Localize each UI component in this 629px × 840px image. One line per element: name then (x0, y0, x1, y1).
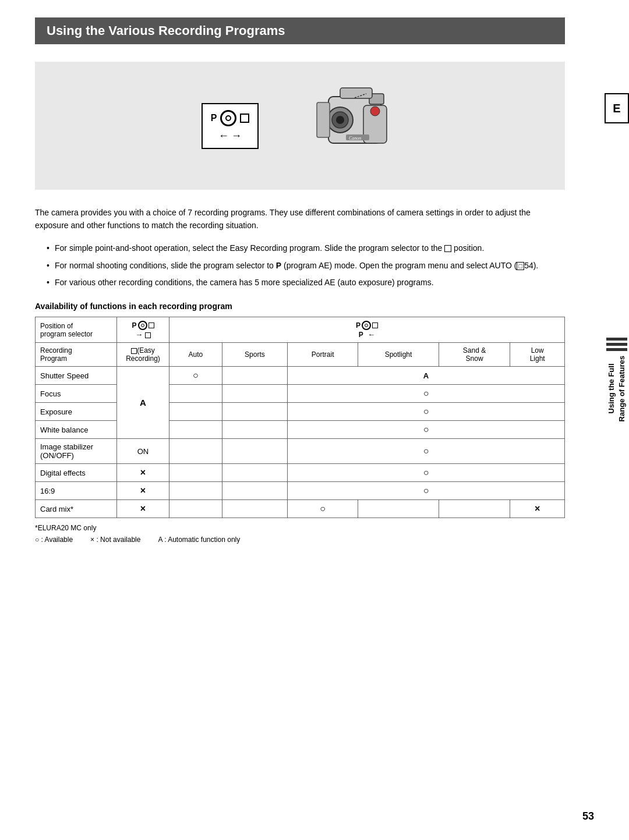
tab-e: E (605, 93, 629, 123)
table-row: 16:9 × ○ (36, 482, 565, 500)
bullet-list: For simple point-and-shoot operation, se… (47, 242, 565, 290)
arrow-left-icon: ← (218, 130, 229, 142)
table-row: Digital effects × ○ (36, 464, 565, 482)
header-spotlight: Spotlight (358, 343, 439, 367)
legend-auto: A : Automatic function only (158, 536, 240, 544)
svg-point-7 (370, 107, 380, 116)
page-number: 53 (582, 810, 594, 823)
table-row: Image stabilizer (ON/OFF) ON ○ (36, 439, 565, 464)
cell-wb-auto (169, 421, 222, 439)
cell-cardmix-spotlight (358, 500, 439, 518)
cell-cardmix-label: Card mix* (36, 500, 117, 518)
header-easy: (EasyRecording) (117, 343, 169, 367)
main-content: Using the Various Recording Programs P ← (0, 0, 600, 840)
table-row: Card mix* × ○ × (36, 500, 565, 518)
bullet-item-1: For simple point-and-shoot operation, se… (47, 242, 565, 256)
header-portrait: Portrait (288, 343, 358, 367)
cell-stabilizer-auto (169, 439, 222, 464)
header-cell-selector-easy: P → (117, 317, 169, 343)
footnote-elura: *ELURA20 MC only (35, 524, 565, 532)
recording-programs-table: Position ofprogram selector P → (35, 317, 565, 518)
arrows: ← → (218, 130, 242, 142)
header-sand-snow: Sand &Snow (439, 343, 510, 367)
cell-digital-auto (169, 464, 222, 482)
bullet-item-3: For various other recording conditions, … (47, 276, 565, 290)
svg-rect-10 (317, 102, 330, 137)
cell-shutter-sports (222, 367, 287, 385)
footnote-area: *ELURA20 MC only ○ : Available × : Not a… (35, 524, 565, 544)
square-icon (240, 114, 249, 123)
table-row: Exposure ○ (36, 403, 565, 421)
header-cell-selector-p: P P ← (169, 317, 565, 343)
sidebar-decoration (606, 338, 627, 351)
cell-cardmix-circle: ○ (288, 500, 358, 518)
right-sidebar: Using the Full Range of Features (605, 338, 629, 421)
arrow-right-icon: → (231, 130, 242, 142)
cell-stabilizer-on: ON (117, 439, 169, 464)
cell-focus-circle: ○ (288, 385, 565, 403)
legend-available: ○ : Available (35, 536, 73, 544)
legend-area: ○ : Available × : Not available A : Auto… (35, 536, 565, 544)
table-header-row-2: RecordingProgram (EasyRecording) Auto Sp… (36, 343, 565, 367)
table-header-row-1: Position ofprogram selector P → (36, 317, 565, 343)
sidebar-line-2 (606, 343, 627, 346)
dial-icon (220, 110, 236, 126)
cell-digital-label: Digital effects (36, 464, 117, 482)
header-sports: Sports (222, 343, 287, 367)
camcorder-image: Canon (282, 73, 398, 178)
sidebar-line-1 (606, 338, 627, 341)
cell-shutter-auto: ○ (169, 367, 222, 385)
sidebar-vertical-text: Using the Full Range of Features (606, 356, 627, 421)
cell-169-sports (222, 482, 287, 500)
cell-shutter-a: A (288, 367, 565, 385)
table-section: Availability of functions in each record… (35, 302, 565, 544)
selector-icons: P (211, 110, 250, 126)
dial-inner (225, 115, 231, 121)
cell-exposure-sports (222, 403, 287, 421)
cell-a-group: A (117, 367, 169, 439)
cell-stabilizer-circle: ○ (288, 439, 565, 464)
cell-shutter-label: Shutter Speed (36, 367, 117, 385)
header-recording-program: RecordingProgram (36, 343, 117, 367)
cell-cardmix-lowlight: × (510, 500, 565, 518)
cell-169-label: 16:9 (36, 482, 117, 500)
cell-cardmix-sand (439, 500, 510, 518)
cell-exposure-circle: ○ (288, 403, 565, 421)
intro-paragraph: The camera provides you with a choice of… (35, 206, 565, 232)
cell-wb-sports (222, 421, 287, 439)
header-cell-position-label: Position ofprogram selector (36, 317, 117, 343)
cell-cardmix-cross: × (117, 500, 169, 518)
cell-focus-auto (169, 385, 222, 403)
sidebar-line-3 (606, 348, 627, 351)
cell-169-circle: ○ (288, 482, 565, 500)
bullet-item-2: For normal shooting conditions, slide th… (47, 259, 565, 273)
cell-wb-label: White balance (36, 421, 117, 439)
cell-focus-sports (222, 385, 287, 403)
cell-169-auto (169, 482, 222, 500)
cell-cardmix-auto (169, 500, 222, 518)
svg-text:Canon: Canon (349, 136, 361, 141)
camera-diagram: P ← → (202, 73, 399, 178)
cell-focus-label: Focus (36, 385, 117, 403)
image-area: P ← → (35, 62, 565, 190)
cell-169-cross: × (117, 482, 169, 500)
cell-digital-cross: × (117, 464, 169, 482)
cell-wb-circle: ○ (288, 421, 565, 439)
cell-digital-circle: ○ (288, 464, 565, 482)
cell-cardmix-sports (222, 500, 287, 518)
p-icon: P (211, 113, 217, 123)
page-title: Using the Various Recording Programs (35, 17, 565, 44)
header-auto: Auto (169, 343, 222, 367)
table-row: Shutter Speed A ○ A (36, 367, 565, 385)
cell-digital-sports (222, 464, 287, 482)
cell-stabilizer-sports (222, 439, 287, 464)
cell-stabilizer-label: Image stabilizer (ON/OFF) (36, 439, 117, 464)
tab-e-label: E (613, 102, 620, 115)
table-row: White balance ○ (36, 421, 565, 439)
svg-rect-5 (340, 88, 372, 98)
legend-not-available: × : Not available (90, 536, 140, 544)
selector-diagram: P ← → (202, 103, 259, 149)
table-heading: Availability of functions in each record… (35, 302, 565, 311)
svg-point-3 (336, 116, 344, 124)
cell-exposure-label: Exposure (36, 403, 117, 421)
